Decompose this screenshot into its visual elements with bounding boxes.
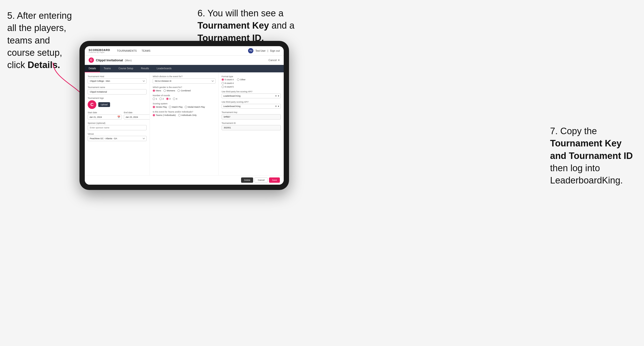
annotation-right: 7. Copy the Tournament Key and Tournamen… <box>550 125 637 186</box>
format-row-1: 5 count 4 Other <box>222 78 281 81</box>
tournament-key-label: Tournament Key <box>222 111 281 114</box>
save-button[interactable]: Save <box>269 177 280 183</box>
individuals-only[interactable]: Individuals Only <box>178 114 197 116</box>
nav-separator: | <box>268 49 268 52</box>
teams-plus-individuals[interactable]: Teams (+Individuals) <box>153 114 176 116</box>
gender-combined-label: Combined <box>181 89 190 92</box>
format-6count5-radio[interactable] <box>222 86 224 88</box>
rounds-2[interactable]: 2 <box>160 98 164 100</box>
start-date-label: Start date <box>88 111 122 114</box>
tablet: SCOREBOARD Powered by clippd TOURNAMENTS… <box>80 41 289 190</box>
venue-label: Venue <box>88 133 147 135</box>
annotation-right-line2: then log into <box>550 163 600 173</box>
rounds-1-radio[interactable] <box>153 98 155 100</box>
rounds-radio-group: 1 2 3 4 <box>153 98 216 100</box>
format-other-radio[interactable] <box>237 78 240 81</box>
rounds-2-label: 2 <box>162 98 164 100</box>
rounds-2-radio[interactable] <box>160 98 162 100</box>
venue-select[interactable]: Peachtree GC - Atlanta - GA <box>88 136 147 141</box>
third-party1-label: Use third-party live scoring API? <box>222 90 281 93</box>
rounds-group: Number of rounds 1 2 3 <box>153 94 216 100</box>
annotation-top-bold1: Tournament Key <box>198 20 269 30</box>
rounds-3-radio[interactable] <box>166 98 168 100</box>
division-select[interactable]: NCAA Division III <box>153 78 216 84</box>
tournament-logo-group: Tournament logo C Upload <box>88 97 147 109</box>
tournament-key-group: Tournament Key b#f6b7 <box>222 111 281 120</box>
format-6count4-radio[interactable] <box>222 82 224 84</box>
format-6count5[interactable]: 6 count 5 <box>222 86 281 88</box>
format-5count4[interactable]: 5 count 4 <box>222 78 234 81</box>
scoring-stroke-play-radio[interactable] <box>153 106 155 108</box>
tournament-name-input[interactable] <box>88 89 147 95</box>
format-6count4-label: 6 count 4 <box>225 82 234 84</box>
end-date-wrap: 📅 <box>124 114 150 120</box>
start-date-input[interactable] <box>89 116 116 118</box>
sign-out-link[interactable]: Sign out <box>270 49 280 52</box>
format-6count4[interactable]: 6 count 4 <box>222 82 281 84</box>
division-label: Which division is the event for? <box>153 75 216 78</box>
annotation-right-bold2: and Tournament ID <box>550 151 633 161</box>
scoring-group: Scoring system Stroke Play Match Play <box>153 102 216 108</box>
third-party2-clear[interactable]: ✕ <box>275 105 277 108</box>
cancel-button[interactable]: Cancel <box>254 177 268 183</box>
sponsor-input[interactable] <box>88 125 147 130</box>
third-party2-label: Use third-party scoring API? <box>222 101 281 103</box>
tab-course-setup[interactable]: Course Setup <box>115 65 137 72</box>
format-5count4-radio[interactable] <box>222 78 224 81</box>
format-type-group: Format type 5 count 4 Other <box>222 75 281 88</box>
teams-plus-individuals-radio[interactable] <box>153 114 155 116</box>
gender-combined[interactable]: Combined <box>178 89 190 92</box>
end-date-group: End date 📅 <box>124 111 150 120</box>
start-date-wrap: 📅 <box>88 114 122 120</box>
left-panel: Tournament Host Clippd College - Men Tou… <box>85 72 150 175</box>
format-type-label: Format type <box>222 75 281 78</box>
tournament-name-label: Tournament name <box>88 86 147 88</box>
teams-plus-individuals-label: Teams (+Individuals) <box>156 114 176 116</box>
scoring-stroke-play[interactable]: Stroke Play <box>153 106 167 108</box>
end-date-input[interactable] <box>126 116 150 118</box>
tab-leaderboards[interactable]: Leaderboards <box>153 65 176 72</box>
scoring-medal-match-play-radio[interactable] <box>185 106 187 108</box>
annotation-right-line3: LeaderboardKing. <box>550 175 623 185</box>
third-party1-chevron[interactable]: ▾ <box>278 95 279 97</box>
scoring-match-play[interactable]: Match Play <box>169 106 183 108</box>
cancel-x-button[interactable]: Cancel ✕ <box>268 59 280 62</box>
delete-button[interactable]: Delete <box>241 177 253 183</box>
third-party2-input[interactable]: Leaderboard King ✕ ▾ <box>222 104 281 109</box>
scoring-medal-match-play-label: Medal Match Play <box>188 106 205 108</box>
nav-link-teams[interactable]: TEAMS <box>142 49 150 52</box>
format-other[interactable]: Other <box>237 78 246 81</box>
tab-results[interactable]: Results <box>137 65 153 72</box>
third-party1-clear[interactable]: ✕ <box>275 95 277 97</box>
rounds-4-radio[interactable] <box>173 98 175 100</box>
tournament-host-select[interactable]: Clippd College - Men <box>88 78 147 84</box>
individuals-only-radio[interactable] <box>178 114 181 116</box>
gender-combined-radio[interactable] <box>178 89 180 92</box>
gender-mens-radio[interactable] <box>153 89 155 92</box>
tab-teams[interactable]: Teams <box>100 65 115 72</box>
gender-womens-radio[interactable] <box>164 89 166 92</box>
upload-button[interactable]: Upload <box>98 102 110 107</box>
start-date-group: Start date 📅 <box>88 111 122 120</box>
brand: SCOREBOARD Powered by clippd <box>89 49 110 53</box>
tournament-id-group: Tournament ID 302051 <box>222 122 281 130</box>
nav-link-tournaments[interactable]: TOURNAMENTS <box>117 49 137 52</box>
rounds-3[interactable]: 3 <box>166 98 170 100</box>
teams-label: Is this event for Teams and/or Individua… <box>153 111 216 113</box>
top-nav: SCOREBOARD Powered by clippd TOURNAMENTS… <box>85 46 284 55</box>
division-group: Which division is the event for? NCAA Di… <box>153 75 216 84</box>
third-party2-chevron[interactable]: ▾ <box>278 105 279 108</box>
gender-group: Which gender is the event for? Mens Wome… <box>153 86 216 92</box>
annotation-left-line2: all the players, <box>7 23 66 33</box>
sponsor-group: Sponsor (optional) <box>88 122 147 130</box>
scoring-match-play-radio[interactable] <box>169 106 171 108</box>
third-party1-input[interactable]: Leaderboard King ✕ ▾ <box>222 94 281 98</box>
rounds-4[interactable]: 4 <box>173 98 177 100</box>
tab-details[interactable]: Details <box>85 65 100 72</box>
annotation-right-line1: 7. Copy the <box>550 126 597 136</box>
gender-womens[interactable]: Womens <box>164 89 175 92</box>
rounds-1[interactable]: 1 <box>153 98 157 100</box>
rounds-label: Number of rounds <box>153 94 216 97</box>
scoring-medal-match-play[interactable]: Medal Match Play <box>185 106 205 108</box>
gender-mens[interactable]: Mens <box>153 89 161 92</box>
